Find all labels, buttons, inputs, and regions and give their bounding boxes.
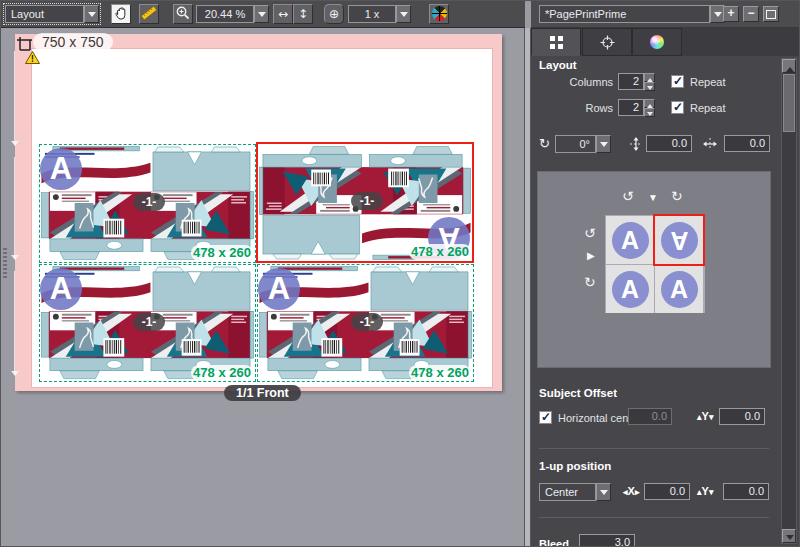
tab-layout[interactable] <box>531 28 581 56</box>
zoom-level-value: 20.44 % <box>196 5 254 23</box>
row-measure-arrow <box>14 157 15 259</box>
row-measure-arrow <box>14 271 15 375</box>
rotate-cw-icon[interactable]: ↻ <box>671 188 683 204</box>
display-scale-value: 1 x <box>348 5 396 23</box>
subject-2-selected[interactable]: A -1- 478 x 260 <box>256 142 474 263</box>
1up-x-input[interactable]: 0.0 <box>644 483 690 500</box>
panel-tabs <box>531 28 800 56</box>
scroll-down-icon[interactable] <box>782 529 796 543</box>
flip-horizontal-icon[interactable]: ▶ <box>587 250 595 261</box>
subject-size-label: 478 x 260 <box>191 245 253 261</box>
columns-stepper[interactable] <box>644 73 655 91</box>
zoom-tool-button[interactable] <box>173 4 193 24</box>
tab-color[interactable] <box>632 28 682 56</box>
section-title-1up-position: 1-up position <box>539 460 611 472</box>
pan-tool-button[interactable] <box>111 4 131 24</box>
panel-splitter[interactable] <box>524 28 531 547</box>
columns-repeat-label: Repeat <box>690 76 725 88</box>
page-navigator[interactable]: 1/1 Front <box>224 385 301 401</box>
settings-panel: *PagePrintPrime + − Layout Columns 2 Rep… <box>531 1 800 547</box>
columns-repeat-checkbox[interactable] <box>671 75 684 88</box>
spin-up-icon[interactable] <box>644 99 655 108</box>
orientation-cell-4[interactable]: A <box>655 265 703 313</box>
layout-grid-icon <box>550 36 555 41</box>
chevron-down-icon[interactable] <box>596 483 611 501</box>
orientation-cell-letter: A <box>661 222 698 259</box>
add-profile-button[interactable]: + <box>723 6 739 22</box>
fit-width-button[interactable]: ↔ <box>273 4 293 24</box>
orientation-preview: ↺ ▼ ↻ ↺ ▶ ↻ A A A A <box>537 171 771 368</box>
y-axis-label: Y <box>697 485 713 497</box>
rotation-value: 0° <box>555 135 596 153</box>
spin-down-icon[interactable] <box>644 108 655 117</box>
vertical-gap-input[interactable]: 0.0 <box>646 135 692 152</box>
subject-4[interactable]: A -1- 478 x 260 <box>257 264 474 382</box>
ruler-ticks <box>3 248 7 278</box>
layout-canvas[interactable]: 750 x 750 A -1- 478 x 260 A -1- 478 x 26… <box>1 28 524 547</box>
horizontal-gap-input[interactable]: 0.0 <box>724 135 770 152</box>
y-axis-label: Y <box>697 410 713 422</box>
rotate-icon: ↻ <box>539 136 550 151</box>
display-scale-select[interactable]: 1 x <box>348 5 411 23</box>
color-separations-button[interactable] <box>429 4 449 24</box>
panel-scrollbar[interactable] <box>781 58 797 544</box>
registration-color-icon <box>432 6 447 21</box>
arrow-down-icon <box>709 410 714 422</box>
orientation-grid: A A A A <box>605 215 705 313</box>
subject-size-label: 478 x 260 <box>409 244 471 260</box>
1up-position-select[interactable]: Center <box>539 483 611 501</box>
rows-input[interactable]: 2 <box>618 99 644 116</box>
orientation-cell-2-selected[interactable]: A <box>655 216 703 264</box>
chevron-down-icon[interactable] <box>596 135 611 153</box>
rows-repeat-checkbox[interactable] <box>671 101 684 114</box>
scrollbar-thumb[interactable] <box>783 74 795 132</box>
chevron-down-icon[interactable] <box>254 5 269 23</box>
zoom-level-select[interactable]: 20.44 % <box>196 5 269 23</box>
horizontal-center-checkbox[interactable] <box>539 411 552 424</box>
zoom-region-button[interactable]: ⊕ <box>324 4 344 24</box>
copy-count-label: -1- <box>133 313 165 331</box>
flip-vertical-icon[interactable]: ▼ <box>648 192 658 203</box>
rotation-select[interactable]: 0° <box>555 135 611 153</box>
measure-tool-button[interactable] <box>139 4 159 24</box>
spin-down-icon[interactable] <box>644 82 655 91</box>
profile-select[interactable]: *PagePrintPrime <box>539 5 725 23</box>
subject-3[interactable]: A -1- 478 x 260 <box>39 264 256 382</box>
subject-1[interactable]: A -1- 478 x 260 <box>39 144 256 263</box>
columns-label: Columns <box>551 76 613 88</box>
main-toolbar: Layout 20.44 % <box>1 1 525 28</box>
scroll-up-icon[interactable] <box>782 59 796 73</box>
copy-count-label: -1- <box>351 313 383 331</box>
rotate-ccw-icon[interactable]: ↺ <box>584 225 596 241</box>
rotate-ccw-icon[interactable]: ↺ <box>622 188 634 204</box>
orientation-cell-3[interactable]: A <box>606 265 654 313</box>
horizontal-gap-icon <box>703 137 717 151</box>
chevron-down-icon[interactable] <box>396 5 411 23</box>
bleed-label: Bleed <box>539 538 569 547</box>
rotate-cw-icon[interactable]: ↻ <box>584 274 596 290</box>
spin-up-icon[interactable] <box>644 73 655 82</box>
remove-profile-button[interactable]: − <box>743 6 759 22</box>
orientation-letter: A <box>268 271 290 307</box>
subject-offset-x-input[interactable]: 0.0 <box>628 408 672 425</box>
subject-offset-y-input[interactable]: 0.0 <box>719 408 765 425</box>
maximize-panel-button[interactable] <box>763 6 779 22</box>
chevron-down-icon[interactable] <box>84 5 99 23</box>
crosshair-icon <box>600 35 615 50</box>
orientation-cell-letter: A <box>661 271 698 308</box>
orientation-cell-1[interactable]: A <box>606 216 654 264</box>
bleed-input[interactable]: 3.0 <box>579 534 635 547</box>
magnifier-plus-icon <box>175 5 191 21</box>
1up-y-input[interactable]: 0.0 <box>723 483 769 500</box>
orientation-letter: A <box>50 271 72 307</box>
orientation-badge: A <box>40 268 82 310</box>
tab-marks[interactable] <box>582 28 632 56</box>
arrow-down-icon <box>709 485 714 497</box>
rows-stepper[interactable] <box>644 99 655 117</box>
x-axis-label: X <box>623 485 639 497</box>
view-mode-select[interactable]: Layout <box>5 5 99 23</box>
view-mode-value: Layout <box>5 5 84 23</box>
columns-input[interactable]: 2 <box>618 73 644 90</box>
fit-height-button[interactable]: ↕ <box>293 4 313 24</box>
arrow-right-icon <box>635 485 640 497</box>
